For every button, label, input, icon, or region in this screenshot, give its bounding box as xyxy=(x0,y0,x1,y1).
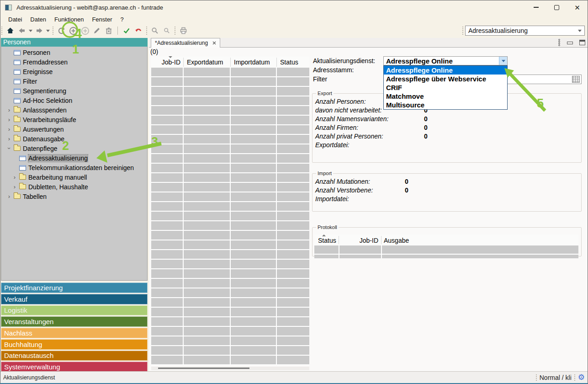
close-icon: ✕ xyxy=(574,4,580,11)
tree-item-filter[interactable]: Filter xyxy=(1,76,147,86)
column-separator xyxy=(230,58,231,67)
tab-close-icon[interactable] xyxy=(212,41,216,45)
chevron-right-icon[interactable]: › xyxy=(5,193,13,200)
tree-item-anlassspenden[interactable]: ›Anlassspenden xyxy=(1,105,147,115)
dropdown-option-adresspflege-webservice[interactable]: Adresspflege über Webservice xyxy=(384,75,507,83)
caret-down-icon xyxy=(29,30,32,32)
forward-history-caret[interactable] xyxy=(45,25,51,36)
edit-button[interactable] xyxy=(91,25,103,36)
module-datenaustausch[interactable]: Datenaustausch xyxy=(1,351,148,361)
minimize-icon xyxy=(534,7,539,8)
tree-item-dubletten-haushalte[interactable]: ›Dubletten, Haushalte xyxy=(1,182,147,192)
minimize-button[interactable] xyxy=(526,0,546,14)
chevron-right-icon[interactable]: › xyxy=(5,126,13,133)
dropdown-option-crif[interactable]: CRIF xyxy=(384,83,507,92)
dropdown-option-adresspflege-online[interactable]: Adresspflege Online xyxy=(384,66,507,75)
undo-button[interactable] xyxy=(132,25,144,36)
panel-header-personen[interactable]: Personen xyxy=(1,38,148,47)
tree-item-telekommunikationsdaten[interactable]: Telekommunikationsdaten bereinigen xyxy=(1,163,147,172)
check-icon xyxy=(122,27,131,34)
menu-fenster[interactable]: Fenster xyxy=(88,15,116,24)
maximize-button[interactable] xyxy=(546,0,567,14)
form-icon xyxy=(14,88,21,94)
grid-empty-rows[interactable] xyxy=(151,68,309,365)
chevron-right-icon[interactable]: › xyxy=(5,107,13,113)
dropdown-option-multisource[interactable]: Multisource xyxy=(384,101,507,109)
search-secondary-button[interactable] xyxy=(161,25,173,36)
delete-button[interactable] xyxy=(103,25,115,36)
pane-minimize-icon[interactable] xyxy=(567,42,573,44)
tree-item-fremdadressen[interactable]: Fremdadressen xyxy=(1,57,147,67)
home-button[interactable] xyxy=(4,25,16,36)
menu-daten[interactable]: Daten xyxy=(26,15,50,24)
tree-item-adhoc-selektion[interactable]: Ad-Hoc Selektion xyxy=(1,96,147,105)
refresh-button[interactable] xyxy=(55,25,67,36)
module-verkauf[interactable]: Verkauf xyxy=(1,294,148,304)
dropdown-option-matchmove[interactable]: Matchmove xyxy=(384,92,507,101)
module-buchhaltung[interactable]: Buchhaltung xyxy=(1,339,148,350)
module-veranstaltungen[interactable]: Veranstaltungen xyxy=(1,316,148,327)
import-row: Importdatei: xyxy=(315,195,578,204)
column-header-exportdatum[interactable]: Exportdatum xyxy=(187,59,223,66)
column-header-jobid[interactable]: Job-ID xyxy=(151,59,180,66)
detail-form: Aktualisierungsdienst: Adressstamm: Filt… xyxy=(311,56,583,271)
tree-item-ereignisse[interactable]: Ereignisse xyxy=(1,67,147,76)
confirm-button[interactable] xyxy=(121,25,132,36)
tree-item-verarbeitungslaeufe[interactable]: ›Verarbeitungsläufe xyxy=(1,115,147,124)
search-icon xyxy=(151,27,159,34)
horizontal-scrollbar[interactable] xyxy=(151,367,309,370)
tab-adressaktualisierung[interactable]: *Adressaktualisierung xyxy=(151,38,220,48)
forward-button[interactable] xyxy=(33,25,45,36)
protokoll-column-jobid[interactable]: Job-ID xyxy=(340,237,378,244)
context-combobox[interactable]: Adressaktualisierung xyxy=(465,26,585,36)
module-logistik[interactable]: Logistik xyxy=(1,305,148,316)
edit-pencil-icon xyxy=(93,27,101,34)
toolbar-separator xyxy=(175,27,175,35)
chevron-down-icon[interactable]: › xyxy=(6,144,13,153)
statusbar-separator xyxy=(536,374,537,381)
aktualisierungsdienst-combobox[interactable]: Adresspflege Online xyxy=(383,56,508,65)
column-separator xyxy=(183,58,184,67)
chevron-right-icon[interactable]: › xyxy=(5,135,13,142)
module-projektfinanzierung[interactable]: Projektfinanzierung xyxy=(1,283,148,293)
window-title: Adressaktualisierung - webift@asp.arenae… xyxy=(16,4,163,11)
module-systemverwaltung[interactable]: Systemverwaltung xyxy=(1,362,148,372)
protokoll-column-status[interactable]: Status xyxy=(318,237,336,244)
close-button[interactable]: ✕ xyxy=(567,0,588,14)
titlebar: Adressaktualisierung - webift@asp.arenae… xyxy=(0,0,588,14)
chevron-right-icon[interactable]: › xyxy=(5,116,13,123)
tree-item-adressaktualisierung[interactable]: Adressaktualisierung xyxy=(1,153,147,163)
back-history-caret[interactable] xyxy=(28,25,33,36)
tree-item-datenpflege[interactable]: ›Datenpflege xyxy=(1,144,147,153)
add-duplicate-button[interactable] xyxy=(79,25,91,36)
menu-funktionen[interactable]: Funktionen xyxy=(50,15,88,24)
settings-gear-icon[interactable]: ⚙ xyxy=(578,373,585,381)
tree-item-auswertungen[interactable]: ›Auswertungen xyxy=(1,124,147,134)
tree-item-tabellen[interactable]: ›Tabellen xyxy=(1,192,147,201)
module-bars: Projektfinanzierung Verkauf Logistik Ver… xyxy=(1,283,148,372)
module-nachlass[interactable]: Nachlass xyxy=(1,328,148,338)
pane-maximize-icon[interactable] xyxy=(579,40,585,45)
form-icon xyxy=(14,98,21,103)
search-button[interactable] xyxy=(149,25,161,36)
print-button[interactable] xyxy=(177,25,189,36)
back-button[interactable] xyxy=(16,25,28,36)
column-header-importdatum[interactable]: Importdatum xyxy=(234,59,270,66)
chevron-right-icon[interactable]: › xyxy=(11,183,19,190)
tree-item-bearbeitung-manuell[interactable]: ›Bearbeitung manuell xyxy=(1,172,147,182)
column-separator xyxy=(381,236,381,244)
toolbar-separator xyxy=(462,27,463,35)
menu-datei[interactable]: Datei xyxy=(4,15,26,24)
table-lookup-icon[interactable] xyxy=(572,76,580,83)
tree-item-segmentierung[interactable]: Segmentierung xyxy=(1,86,147,96)
combobox-open-button[interactable] xyxy=(499,57,507,65)
chevron-right-icon[interactable]: › xyxy=(11,174,19,181)
scrollbar-thumb[interactable] xyxy=(158,368,249,369)
menu-help[interactable]: ? xyxy=(116,15,127,24)
column-header-status[interactable]: Status xyxy=(280,59,298,66)
tree-item-datenausgabe[interactable]: ›Datenausgabe xyxy=(1,134,147,144)
protokoll-column-ausgabe[interactable]: Ausgabe xyxy=(384,237,409,244)
add-button[interactable] xyxy=(67,25,79,36)
window-grip-dots-icon[interactable] xyxy=(558,39,561,46)
tree-item-personen[interactable]: Personen xyxy=(1,48,147,57)
